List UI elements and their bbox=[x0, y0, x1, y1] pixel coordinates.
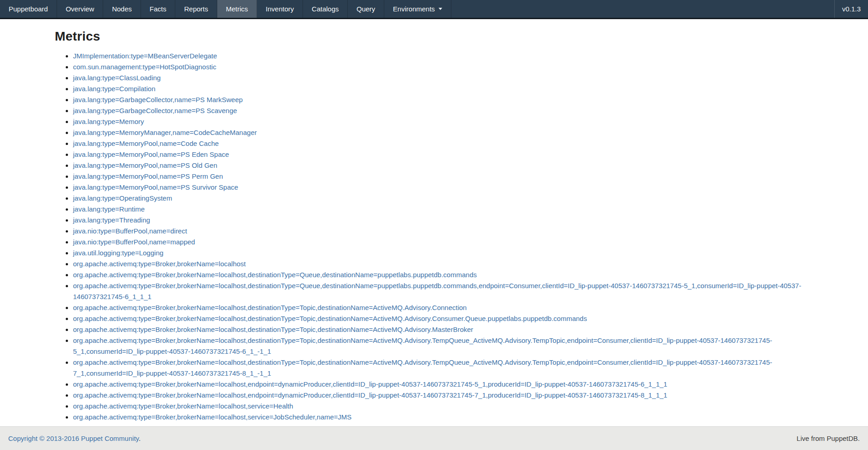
metric-link[interactable]: java.lang:type=ClassLoading bbox=[73, 74, 161, 82]
metric-link[interactable]: org.apache.activemq:type=Broker,brokerNa… bbox=[73, 413, 351, 421]
list-item: java.lang:type=Memory bbox=[73, 116, 827, 127]
copyright-period: . bbox=[139, 434, 141, 442]
list-item: java.lang:type=Threading bbox=[73, 215, 827, 226]
list-item: java.lang:type=GarbageCollector,name=PS … bbox=[73, 94, 827, 105]
nav-item-query[interactable]: Query bbox=[348, 0, 384, 18]
metric-link[interactable]: java.lang:type=Threading bbox=[73, 216, 150, 224]
nav-item-facts[interactable]: Facts bbox=[141, 0, 176, 18]
nav-item-nodes[interactable]: Nodes bbox=[103, 0, 141, 18]
metric-link[interactable]: java.lang:type=OperatingSystem bbox=[73, 194, 172, 202]
list-item: java.lang:type=MemoryPool,name=PS Eden S… bbox=[73, 149, 827, 160]
list-item: org.apache.activemq:type=Broker,brokerNa… bbox=[73, 269, 827, 280]
list-item: com.sun.management:type=HotSpotDiagnosti… bbox=[73, 62, 827, 72]
list-item: java.lang:type=MemoryPool,name=PS Old Ge… bbox=[73, 160, 827, 171]
metric-link[interactable]: java.lang:type=MemoryPool,name=PS Surviv… bbox=[73, 183, 238, 191]
list-item: java.lang:type=Compilation bbox=[73, 83, 827, 94]
metric-link[interactable]: org.apache.activemq:type=Broker,brokerNa… bbox=[73, 402, 293, 410]
footer-copyright: Copyright © 2013-2016 Puppet Community. bbox=[8, 434, 141, 442]
list-item: org.apache.activemq:type=Broker,brokerNa… bbox=[73, 412, 827, 423]
metric-link[interactable]: org.apache.activemq:type=Broker,brokerNa… bbox=[73, 380, 667, 388]
page-title: Metrics bbox=[55, 29, 827, 44]
metric-link[interactable]: java.lang:type=MemoryManager,name=CodeCa… bbox=[73, 129, 257, 136]
list-item: org.apache.activemq:type=Broker,brokerNa… bbox=[73, 324, 827, 335]
nav-item-environments-dropdown[interactable]: Environments bbox=[384, 0, 451, 18]
metric-link[interactable]: java.lang:type=Compilation bbox=[73, 85, 156, 93]
metric-link[interactable]: org.apache.activemq:type=Broker,brokerNa… bbox=[73, 326, 473, 333]
metric-link[interactable]: java.nio:type=BufferPool,name=mapped bbox=[73, 238, 195, 246]
list-item: org.apache.activemq:type=Broker,brokerNa… bbox=[73, 357, 827, 379]
metric-link[interactable]: java.lang:type=GarbageCollector,name=PS … bbox=[73, 96, 243, 103]
list-item: java.lang:type=MemoryManager,name=CodeCa… bbox=[73, 127, 827, 138]
list-item: java.lang:type=ClassLoading bbox=[73, 72, 827, 83]
list-item: JMImplementation:type=MBeanServerDelegat… bbox=[73, 51, 827, 62]
list-item: java.lang:type=MemoryPool,name=PS Perm G… bbox=[73, 171, 827, 182]
metric-link[interactable]: java.util.logging:type=Logging bbox=[73, 249, 163, 257]
metric-link[interactable]: java.lang:type=MemoryPool,name=PS Old Ge… bbox=[73, 161, 217, 169]
metric-link[interactable]: org.apache.activemq:type=Broker,brokerNa… bbox=[73, 304, 467, 311]
metric-link[interactable]: java.lang:type=GarbageCollector,name=PS … bbox=[73, 107, 237, 114]
nav-item-catalogs[interactable]: Catalogs bbox=[303, 0, 348, 18]
list-item: java.lang:type=Runtime bbox=[73, 204, 827, 215]
metric-link[interactable]: org.apache.activemq:type=Broker,brokerNa… bbox=[73, 358, 772, 377]
list-item: org.apache.activemq:type=Broker,brokerNa… bbox=[73, 390, 827, 401]
metric-link[interactable]: org.apache.activemq:type=Broker,brokerNa… bbox=[73, 315, 587, 322]
footer-status-text: Live from PuppetDB. bbox=[797, 434, 860, 442]
chevron-down-icon bbox=[439, 8, 442, 10]
metrics-list: JMImplementation:type=MBeanServerDelegat… bbox=[55, 51, 827, 423]
metric-link[interactable]: com.sun.management:type=HotSpotDiagnosti… bbox=[73, 63, 216, 71]
list-item: java.nio:type=BufferPool,name=direct bbox=[73, 226, 827, 237]
list-item: org.apache.activemq:type=Broker,brokerNa… bbox=[73, 259, 827, 269]
metric-link[interactable]: org.apache.activemq:type=Broker,brokerNa… bbox=[73, 271, 477, 279]
app-version-badge: v0.1.3 bbox=[834, 0, 868, 18]
page-footer: Copyright © 2013-2016 Puppet Community. … bbox=[0, 426, 868, 450]
metric-link[interactable]: java.lang:type=MemoryPool,name=PS Eden S… bbox=[73, 150, 229, 158]
list-item: java.lang:type=MemoryPool,name=Code Cach… bbox=[73, 138, 827, 149]
puppetboard-app: Puppetboard Overview Nodes Facts Reports… bbox=[0, 0, 868, 450]
list-item: org.apache.activemq:type=Broker,brokerNa… bbox=[73, 280, 827, 302]
list-item: java.nio:type=BufferPool,name=mapped bbox=[73, 237, 827, 248]
main-content: Metrics JMImplementation:type=MBeanServe… bbox=[0, 29, 868, 423]
top-navbar: Puppetboard Overview Nodes Facts Reports… bbox=[0, 0, 868, 19]
metric-link[interactable]: org.apache.activemq:type=Broker,brokerNa… bbox=[73, 282, 801, 300]
metric-link[interactable]: java.lang:type=MemoryPool,name=PS Perm G… bbox=[73, 172, 223, 180]
environments-label: Environments bbox=[393, 5, 435, 13]
nav-item-metrics[interactable]: Metrics bbox=[217, 0, 257, 18]
nav-item-inventory[interactable]: Inventory bbox=[257, 0, 303, 18]
list-item: org.apache.activemq:type=Broker,brokerNa… bbox=[73, 313, 827, 324]
list-item: org.apache.activemq:type=Broker,brokerNa… bbox=[73, 379, 827, 390]
metric-link[interactable]: org.apache.activemq:type=Broker,brokerNa… bbox=[73, 336, 772, 355]
list-item: org.apache.activemq:type=Broker,brokerNa… bbox=[73, 302, 827, 313]
copyright-link[interactable]: Copyright © 2013-2016 Puppet Community bbox=[8, 434, 139, 442]
metric-link[interactable]: org.apache.activemq:type=Broker,brokerNa… bbox=[73, 391, 667, 399]
list-item: java.lang:type=MemoryPool,name=PS Surviv… bbox=[73, 182, 827, 193]
metric-link[interactable]: java.nio:type=BufferPool,name=direct bbox=[73, 227, 187, 235]
nav-item-reports[interactable]: Reports bbox=[175, 0, 217, 18]
list-item: java.lang:type=GarbageCollector,name=PS … bbox=[73, 105, 827, 116]
metric-link[interactable]: java.lang:type=Runtime bbox=[73, 205, 145, 213]
list-item: org.apache.activemq:type=Broker,brokerNa… bbox=[73, 335, 827, 357]
metric-link[interactable]: org.apache.activemq:type=Broker,brokerNa… bbox=[73, 260, 246, 268]
list-item: org.apache.activemq:type=Broker,brokerNa… bbox=[73, 401, 827, 412]
nav-item-overview[interactable]: Overview bbox=[57, 0, 104, 18]
metric-link[interactable]: JMImplementation:type=MBeanServerDelegat… bbox=[73, 52, 217, 60]
nav-brand-puppetboard[interactable]: Puppetboard bbox=[0, 0, 57, 18]
list-item: java.lang:type=OperatingSystem bbox=[73, 193, 827, 204]
navbar-nav: Puppetboard Overview Nodes Facts Reports… bbox=[0, 0, 451, 18]
metric-link[interactable]: java.lang:type=Memory bbox=[73, 118, 144, 125]
list-item: java.util.logging:type=Logging bbox=[73, 248, 827, 259]
metric-link[interactable]: java.lang:type=MemoryPool,name=Code Cach… bbox=[73, 140, 219, 147]
